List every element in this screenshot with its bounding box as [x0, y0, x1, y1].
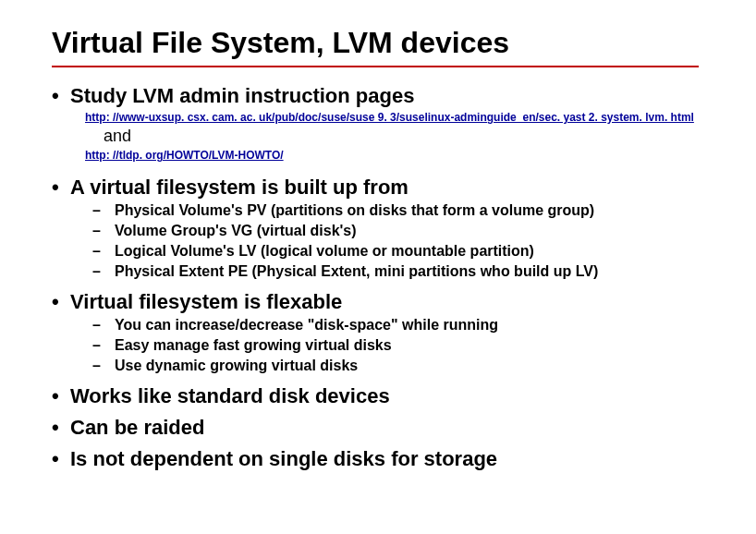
dash-marker: –: [92, 337, 115, 354]
bullet-marker: •: [52, 176, 70, 200]
bullet-vfs-flexable: • Virtual filesystem is flexable: [52, 290, 712, 314]
sub-text: Logical Volume's LV (logical volume or m…: [115, 242, 534, 261]
bullet-study-lvm: • Study LVM admin instruction pages: [52, 84, 712, 108]
dash-marker: –: [92, 202, 115, 219]
sub-bullet-lv: –Logical Volume's LV (logical volume or …: [92, 242, 712, 261]
dash-marker: –: [92, 358, 115, 374]
bullet-virtual-fs-built: • A virtual filesystem is built up from: [52, 176, 712, 200]
bullet-label: Can be raided: [70, 416, 204, 440]
bullet-marker: •: [52, 84, 70, 108]
sub-bullet-dynamic-growing: –Use dynamic growing virtual disks: [92, 357, 712, 375]
sub-text: Easy manage fast growing virtual disks: [115, 336, 392, 355]
sub-bullet-easy-manage: –Easy manage fast growing virtual disks: [92, 336, 712, 355]
link-tldp-howto[interactable]: http: //tldp. org/HOWTO/LVM-HOWTO/: [85, 149, 712, 162]
sub-text: You can increase/decrease "disk-space" w…: [115, 316, 498, 334]
and-text: and: [104, 127, 712, 146]
bullet-label: Is not dependent on single disks for sto…: [70, 447, 497, 471]
sub-bullet-increase-decrease: –You can increase/decrease "disk-space" …: [92, 316, 712, 334]
sub-text: Use dynamic growing virtual disks: [115, 357, 358, 375]
bullet-label: Virtual filesystem is flexable: [70, 290, 342, 314]
bullet-marker: •: [52, 384, 70, 408]
link-suse-admin-guide[interactable]: http: //www-uxsup. csx. cam. ac. uk/pub/…: [85, 111, 712, 124]
dash-marker: –: [92, 317, 115, 334]
bullet-marker: •: [52, 290, 70, 314]
sub-bullet-pv: –Physical Volume's PV (partitions on dis…: [92, 201, 712, 220]
bullet-not-dependent: • Is not dependent on single disks for s…: [52, 447, 712, 471]
sub-bullet-pe: –Physical Extent PE (Physical Extent, mi…: [92, 262, 712, 281]
slide-title: Virtual File System, LVM devices: [52, 26, 712, 60]
bullet-marker: •: [52, 447, 70, 471]
sub-text: Volume Group's VG (virtual disk's): [115, 222, 357, 240]
sub-text: Physical Extent PE (Physical Extent, min…: [115, 262, 598, 281]
dash-marker: –: [92, 243, 115, 260]
dash-marker: –: [92, 223, 115, 239]
bullet-standard-disk: • Works like standard disk devices: [52, 384, 712, 408]
bullet-marker: •: [52, 416, 70, 440]
sub-bullet-vg: –Volume Group's VG (virtual disk's): [92, 222, 712, 240]
dash-marker: –: [92, 263, 115, 280]
bullet-label: Works like standard disk devices: [70, 384, 390, 408]
sub-text: Physical Volume's PV (partitions on disk…: [115, 201, 594, 220]
bullet-label: Study LVM admin instruction pages: [70, 84, 414, 108]
bullet-can-be-raided: • Can be raided: [52, 416, 712, 440]
bullet-label: A virtual filesystem is built up from: [70, 176, 408, 200]
title-underline: [52, 66, 699, 67]
